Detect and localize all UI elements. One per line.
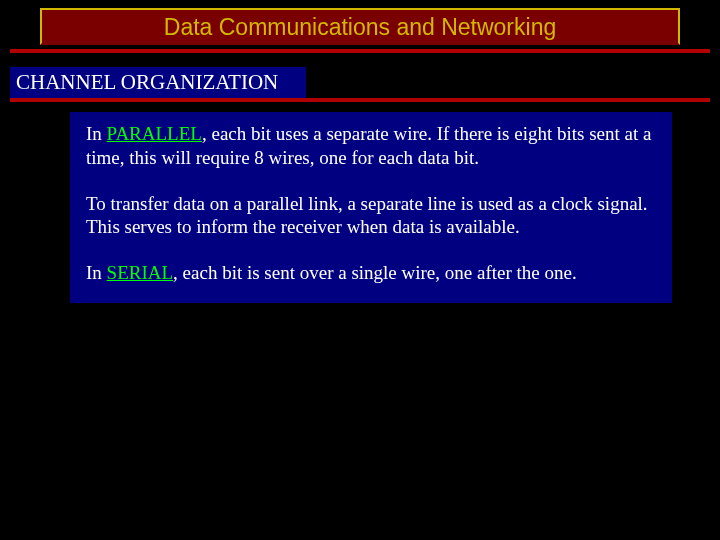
paragraph-parallel: In PARALLEL, each bit uses a separate wi… (86, 122, 656, 170)
paragraph-clock: To transfer data on a parallel link, a s… (86, 192, 656, 240)
paragraph-serial: In SERIAL, each bit is sent over a singl… (86, 261, 656, 285)
keyword-serial: SERIAL (107, 262, 174, 283)
divider-top (10, 49, 710, 53)
subheading-bar: CHANNEL ORGANIZATION (10, 67, 710, 102)
content-box: In PARALLEL, each bit uses a separate wi… (70, 112, 672, 303)
slide: Data Communications and Networking CHANN… (0, 8, 720, 540)
text: , each bit is sent over a single wire, o… (173, 262, 577, 283)
text: In (86, 123, 107, 144)
slide-title: Data Communications and Networking (164, 14, 556, 40)
subheading: CHANNEL ORGANIZATION (10, 67, 306, 98)
text: In (86, 262, 107, 283)
title-bar: Data Communications and Networking (40, 8, 680, 45)
keyword-parallel: PARALLEL (107, 123, 202, 144)
